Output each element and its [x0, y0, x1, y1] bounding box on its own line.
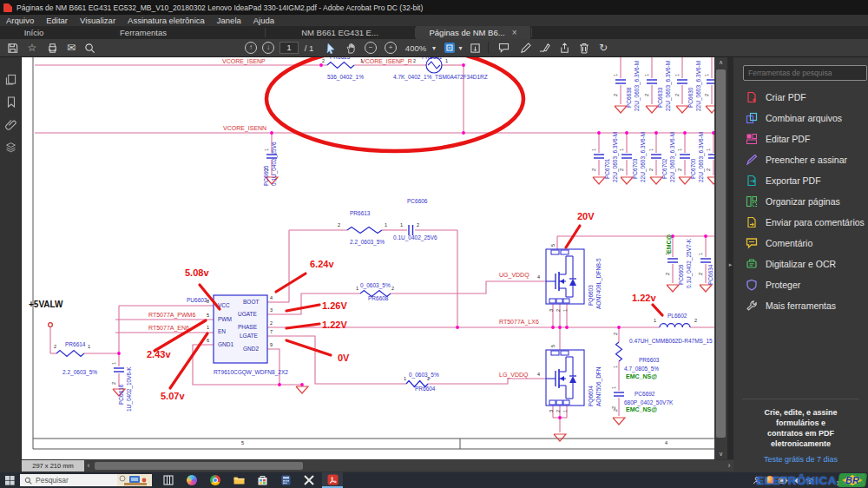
tab-document-2-active[interactable]: Páginas de NM B6... × [416, 26, 530, 39]
svg-text:22U_0603_6.3V6-M: 22U_0603_6.3V6-M [669, 132, 676, 182]
svg-text:PC6634: PC6634 [707, 264, 713, 285]
sidebar-tool-scan-ocr[interactable]: Digitalizar e OCR [733, 254, 868, 274]
scroll-up-icon[interactable]: ∧ [714, 57, 727, 68]
panel-collapse-handle[interactable]: ▸ [727, 57, 733, 472]
svg-text:22U_0603_6.3V6-M: 22U_0603_6.3V6-M [640, 132, 647, 182]
sidebar-tool-protect[interactable]: Proteger [733, 274, 868, 295]
svg-text:UG_VDDQ: UG_VDDQ [499, 272, 529, 279]
calculator-icon[interactable] [275, 472, 296, 488]
vertical-scrollbar-thumb[interactable] [716, 69, 726, 438]
page-number-input[interactable] [279, 42, 299, 54]
page-fit-button[interactable] [443, 39, 457, 56]
panel-collapse-icon: ▸ [729, 261, 733, 268]
acrobat-taskbar-icon[interactable] [322, 472, 343, 488]
export-pdf-icon [746, 175, 758, 187]
chrome-icon[interactable] [205, 472, 226, 488]
svg-text:1: 1 [404, 376, 406, 381]
microsoft-store-icon[interactable] [252, 472, 273, 488]
pdf-canvas[interactable]: 1212121212121212121212121212VCORE_ISENPV… [22, 57, 714, 459]
svg-text:2: 2 [611, 406, 616, 409]
scroll-down-icon[interactable]: ∨ [714, 449, 727, 459]
fit-width-button[interactable] [468, 39, 482, 56]
shuffle-app-icon[interactable] [299, 472, 319, 488]
svg-text:1: 1 [562, 309, 568, 312]
sidebar-tool-create-pdf[interactable]: Criar PDF [733, 87, 868, 108]
vertical-scrollbar[interactable]: ∧ ∨ [714, 57, 727, 459]
bookmarks-icon[interactable] [0, 90, 22, 113]
sidebar-tool-comment[interactable]: Comentário [733, 233, 868, 254]
menu-item-4[interactable]: Assinatura eletrônica [122, 16, 211, 25]
star-button[interactable]: ☆ [25, 39, 39, 56]
tab-inicio[interactable]: Início [7, 26, 61, 39]
svg-text:VCORE_ISENP_R: VCORE_ISENP_R [361, 58, 412, 65]
zoom-in-button[interactable]: + [384, 39, 398, 56]
tab-document-2-label: Páginas de NM B6... [430, 28, 505, 37]
zoom-caret-icon[interactable]: ▾ [430, 39, 438, 56]
email-button[interactable]: ✉ [64, 39, 78, 56]
svg-text:PC6630: PC6630 [687, 87, 694, 108]
horizontal-scrollbar-thumb[interactable] [95, 462, 303, 470]
file-explorer-icon[interactable] [228, 472, 249, 488]
sidebar-tool-organize-pages[interactable]: Organizar páginas [733, 191, 868, 212]
svg-text:GND2: GND2 [243, 346, 259, 352]
menu-item-5[interactable]: Janela [211, 16, 247, 25]
delete-button[interactable] [576, 39, 592, 56]
trial-link[interactable]: Teste grátis de 7 dias [742, 455, 859, 464]
zoom-level-select[interactable]: 400% [402, 39, 430, 56]
sidebar-tool-more-tools[interactable]: Mais ferramentas [733, 295, 868, 316]
search-highlight-image[interactable] [117, 474, 152, 486]
export-share-button[interactable] [556, 39, 572, 56]
save-button[interactable] [5, 39, 19, 56]
page-fit-caret-icon[interactable]: ▾ [457, 39, 464, 56]
svg-text:PR6603: PR6603 [639, 357, 660, 363]
next-page-button[interactable]: ↓ [261, 39, 275, 56]
search-button[interactable] [82, 39, 96, 56]
svg-text:2: 2 [613, 409, 618, 412]
svg-text:1: 1 [613, 74, 618, 76]
svg-text:22U_0603_6.3V6-M: 22U_0603_6.3V6-M [634, 61, 641, 111]
svg-text:5: 5 [207, 313, 209, 318]
svg-text:BOOT: BOOT [243, 299, 259, 305]
tab-document-1[interactable]: NM B661 EG431 E... [266, 26, 414, 39]
select-tool-button[interactable] [323, 39, 339, 56]
scroll-left-icon[interactable]: ‹ [84, 460, 93, 472]
zoom-out-button[interactable]: − [364, 39, 378, 56]
page-thumbnails-icon[interactable] [0, 68, 22, 90]
svg-text:1: 1 [654, 318, 656, 323]
sidebar-tool-edit-pdf[interactable]: Editar PDF [733, 129, 868, 149]
tools-search-input[interactable] [743, 65, 867, 81]
rotate-button[interactable]: ↻ [595, 39, 611, 56]
horizontal-scrollbar[interactable]: ‹ › [84, 460, 733, 472]
svg-text:2: 2 [648, 168, 654, 171]
print-button[interactable] [45, 39, 59, 56]
svg-text:22U_0603_6.3V6-M: 22U_0603_6.3V6-M [612, 132, 619, 182]
task-view-icon[interactable] [158, 472, 179, 488]
previous-page-button[interactable]: ↑ [244, 39, 258, 56]
svg-text:2: 2 [591, 168, 596, 171]
svg-text:3: 3 [549, 309, 554, 312]
svg-text:2: 2 [54, 344, 56, 349]
comment-icon [746, 237, 758, 249]
layers-icon[interactable] [0, 135, 22, 158]
attachments-icon[interactable] [0, 113, 22, 135]
sidebar-tool-send-comments[interactable]: Enviar para comentários [733, 212, 868, 233]
sidebar-tool-export-pdf[interactable]: Exportar PDF [733, 170, 868, 191]
tab-ferramentas[interactable]: Ferramentas [95, 26, 191, 39]
copilot-icon[interactable] [181, 472, 202, 488]
taskbar-search-box[interactable]: Pesquisar [20, 474, 152, 486]
start-button[interactable] [0, 472, 20, 488]
scroll-right-icon[interactable]: › [725, 460, 733, 472]
menu-item-2[interactable]: Editar [40, 16, 74, 25]
hand-tool-button[interactable] [343, 39, 358, 56]
menu-item-6[interactable]: Ajuda [247, 16, 280, 25]
sidebar-tool-fill-sign[interactable]: Preencher e assinar [733, 149, 868, 170]
svg-text:PHASE: PHASE [238, 324, 258, 330]
menu-item-1[interactable]: Arquivo [0, 16, 40, 25]
comment-button[interactable] [496, 39, 511, 56]
menu-item-3[interactable]: Visualizar [74, 16, 122, 25]
tab-close-icon[interactable]: × [512, 28, 517, 37]
signature-button[interactable] [537, 39, 553, 56]
pencil-edit-button[interactable] [517, 39, 533, 56]
svg-text:2: 2 [704, 94, 709, 96]
sidebar-tool-combine-files[interactable]: Combinar arquivos [733, 108, 868, 129]
